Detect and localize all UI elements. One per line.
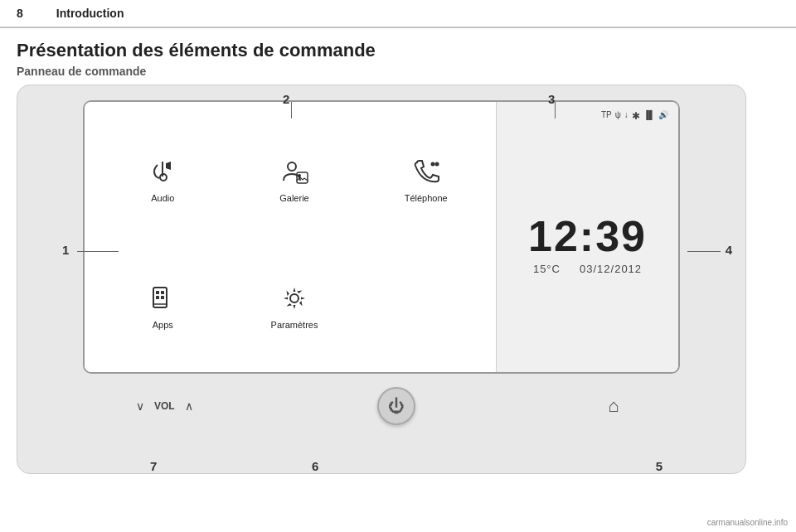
page-header: 8 Introduction: [0, 0, 796, 27]
status-psi: ψ: [615, 110, 621, 122]
status-arrow: ↓: [624, 110, 629, 122]
status-bt: ✱: [632, 110, 640, 122]
label-2: 2: [283, 92, 289, 106]
label-5: 5: [656, 459, 663, 473]
device-container: Audio Galerie: [17, 85, 746, 474]
galerie-app-icon[interactable]: Galerie: [276, 153, 313, 203]
telephone-label: Téléphone: [405, 193, 448, 203]
svg-rect-11: [161, 296, 164, 299]
vol-down-button[interactable]: ∨: [133, 399, 148, 413]
audio-app-icon[interactable]: Audio: [144, 153, 181, 203]
galerie-label: Galerie: [279, 193, 308, 203]
status-battery: ▐▌: [643, 110, 655, 122]
svg-point-4: [430, 162, 434, 166]
status-tp: TP: [601, 110, 612, 122]
control-bar: ∨ VOL ∧ ⏻ ⌂: [83, 374, 680, 425]
svg-point-5: [434, 162, 439, 166]
home-button[interactable]: ⌂: [597, 389, 630, 423]
apps-icon: [144, 280, 181, 317]
vol-label: VOL: [154, 400, 175, 412]
galerie-icon: [276, 153, 313, 190]
svg-rect-8: [156, 291, 159, 294]
clock-panel: TP ψ ↓ ✱ ▐▌ 🔊 12:39 15°C 03/12/2012: [496, 102, 678, 372]
apps-label: Apps: [153, 320, 173, 330]
telephone-app-icon[interactable]: Téléphone: [405, 153, 448, 203]
main-content: Audio Galerie: [0, 85, 796, 474]
label-6: 6: [312, 459, 318, 473]
svg-point-1: [288, 162, 296, 171]
power-icon: ⏻: [388, 397, 405, 416]
label-4: 4: [726, 243, 732, 257]
section-subtitle: Panneau de commande: [0, 65, 796, 85]
status-bar: TP ψ ↓ ✱ ▐▌ 🔊: [507, 110, 668, 122]
label-1: 1: [62, 243, 69, 257]
date: 03/12/2012: [580, 263, 642, 275]
section-title: Présentation des éléments de commande: [0, 28, 796, 65]
page-number: 8: [17, 7, 23, 20]
home-icon: ⌂: [608, 395, 619, 417]
power-button[interactable]: ⏻: [377, 387, 415, 425]
svg-rect-9: [161, 291, 164, 294]
screen-left: Audio Galerie: [85, 102, 496, 372]
parametres-icon: [276, 280, 313, 317]
audio-icon: [144, 153, 181, 190]
vol-up-button[interactable]: ∧: [182, 399, 197, 413]
parametres-label: Paramètres: [271, 320, 318, 330]
temperature: 15°C: [533, 263, 561, 275]
watermark: carmanualsonline.info: [707, 518, 788, 527]
header-title: Introduction: [56, 7, 124, 20]
svg-point-12: [290, 294, 298, 302]
svg-rect-2: [297, 172, 308, 183]
parametres-app-icon[interactable]: Paramètres: [271, 280, 318, 330]
clock-info: 15°C 03/12/2012: [533, 263, 642, 275]
clock-time: 12:39: [528, 215, 647, 258]
clock-area: 12:39 15°C 03/12/2012: [507, 125, 668, 364]
audio-label: Audio: [151, 193, 174, 203]
screen-area: Audio Galerie: [83, 100, 680, 374]
svg-point-3: [298, 174, 301, 177]
vol-control: ∨ VOL ∧: [133, 399, 197, 413]
label-7: 7: [150, 459, 157, 473]
status-vol: 🔊: [658, 110, 668, 122]
svg-rect-10: [156, 296, 159, 299]
apps-app-icon[interactable]: Apps: [144, 280, 181, 330]
telephone-icon: [408, 153, 444, 190]
